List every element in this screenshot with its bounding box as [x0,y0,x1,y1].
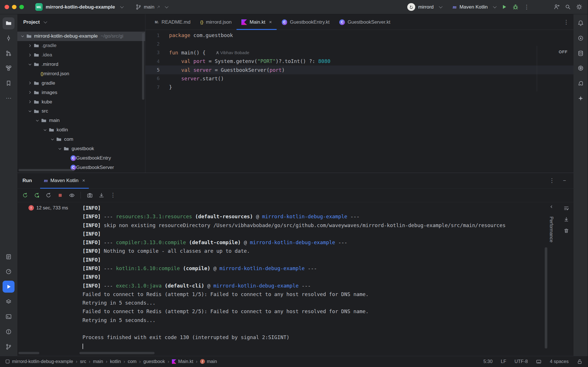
crumb-mirrord-kotlin-debug-example[interactable]: mirrord-kotlin-debug-example [5,359,73,364]
code-line-7[interactable]: 7} [145,83,573,91]
tab-list-more-icon[interactable]: ⋮ [563,14,569,30]
project-widget[interactable]: ME mirrord-kotlin-debug-example [32,2,126,12]
tree-item-images[interactable]: images [17,88,145,97]
performance-tab[interactable]: Performance [549,217,554,242]
tree-item-com[interactable]: com [17,135,145,144]
tree-chevron-icon[interactable] [27,44,33,48]
tree-item-idea[interactable]: .idea [17,50,145,60]
tree-chevron-icon[interactable] [42,128,48,132]
bookmarks-icon[interactable] [3,77,15,89]
run-button[interactable] [499,1,510,13]
code-line-6[interactable]: 6 server.start() [145,74,573,83]
tree-chevron-icon[interactable] [27,62,33,66]
ai-assistant-icon[interactable] [575,92,587,104]
eye-icon[interactable] [67,190,77,200]
crumb-main-kt[interactable]: Main.kt [172,359,193,364]
tab-readme-md[interactable]: M↓README.md [150,14,196,30]
tree-item-src[interactable]: src [17,107,145,116]
clear-all-icon[interactable] [562,226,571,235]
project-vertical-scrollbar[interactable] [142,33,144,100]
code-with-me-button[interactable] [551,1,562,13]
more-actions-button[interactable]: ⋮ [521,1,533,13]
project-panel-header[interactable]: Project [17,14,145,30]
tree-item-mirrord[interactable]: .mirrord [17,60,145,69]
tree-item-gradle[interactable]: .gradle [17,41,145,50]
version-control-icon[interactable] [3,341,15,353]
todo-icon[interactable] [3,251,15,263]
tree-item-gradle[interactable]: gradle [17,78,145,88]
run-left-horizontal-scrollbar[interactable] [18,352,40,354]
pull-requests-icon[interactable] [3,47,15,59]
minimize-window-button[interactable] [12,5,17,9]
tree-chevron-icon[interactable] [27,100,33,104]
mirrord-status-badge[interactable]: OFF [559,50,568,54]
code-line-4[interactable]: 4 val port = System.getenv("PORT")?.toIn… [145,57,573,66]
close-icon[interactable]: × [269,19,272,25]
tree-chevron-icon[interactable] [27,81,33,85]
run-window-title[interactable]: Run [22,178,32,184]
run-tab-maven-kotlin[interactable]: m Maven Kotlin × [40,173,89,188]
mirrord-icon[interactable] [575,32,587,44]
code-line-2[interactable]: 2 [145,40,573,48]
run-configuration-selector[interactable]: m Maven Kotlin [450,3,498,11]
scroll-to-end-icon[interactable] [562,215,571,224]
tree-chevron-icon[interactable] [27,53,33,57]
tree-chevron-icon[interactable] [27,90,33,94]
search-everywhere-button[interactable] [562,1,574,13]
more-icon[interactable]: ⋮ [108,190,118,200]
lock-icon[interactable] [577,359,583,364]
tree-item-guestbook[interactable]: guestbook [17,144,145,154]
close-icon[interactable]: × [82,178,85,184]
tab-guestbookentry-kt[interactable]: CGuestbookEntry.kt [277,14,334,30]
crumb-src[interactable]: src [80,359,86,364]
tab-guestbookserver-kt[interactable]: CGuestbookServer.kt [334,14,395,30]
code-line-1[interactable]: 1package com.guestbook [145,31,573,40]
crumb-com[interactable]: com [128,359,137,364]
gradle-icon[interactable] [575,77,587,89]
notifications-icon[interactable] [575,17,587,29]
terminal-icon[interactable] [3,311,15,323]
close-window-button[interactable] [5,5,9,9]
git-branch-widget[interactable]: main [135,4,167,10]
kubernetes-icon[interactable] [575,62,587,74]
commit-icon[interactable] [3,32,15,44]
indent-widget[interactable]: 4 spaces [550,359,569,364]
rerun-debug-icon[interactable] [32,190,42,200]
maximize-window-button[interactable] [19,5,24,9]
run-more-options-icon[interactable]: ⋮ [549,178,555,184]
settings-button[interactable] [573,1,585,13]
soft-wrap-icon[interactable] [562,204,571,213]
profiler-icon[interactable] [3,266,15,278]
rerun-icon[interactable] [20,190,30,200]
tree-chevron-icon[interactable] [50,137,55,141]
tree-item-main[interactable]: main [17,116,145,125]
stop-icon[interactable] [55,190,65,200]
crumb-guestbook[interactable]: guestbook [143,359,165,364]
tab-mirrord-json[interactable]: {}mirrord.json [195,14,237,30]
code-line-3[interactable]: 3fun main() {Vibhav Bobade [145,48,573,57]
code-author-hint[interactable]: Vibhav Bobade [215,50,249,55]
code-line-5[interactable]: 5 val server = GuestbookServer(port) [145,66,573,74]
project-horizontal-scrollbar[interactable] [18,169,75,171]
line-separator-widget[interactable]: LF [501,359,506,364]
tab-main-kt[interactable]: Main.kt× [237,14,277,30]
tree-item-kube[interactable]: kube [17,97,145,107]
structure-icon[interactable] [3,62,15,74]
tree-item-mirrord-kotlin-debug-example[interactable]: mirrord-kotlin-debug-example~/go/src/gi [17,32,145,41]
tree-item-guestbookentry[interactable]: CGuestbookEntry [17,154,145,163]
services-icon[interactable] [3,296,15,308]
run-console[interactable]: [INFO][INFO] --- resources:3.3.1:resourc… [79,202,546,353]
debug-button[interactable] [510,1,521,13]
hide-tool-window-icon[interactable]: − [563,178,566,184]
console-horizontal-scrollbar[interactable] [79,352,154,354]
restart-icon[interactable] [44,190,54,200]
code-editor[interactable]: 1package com.guestbook23fun main() {Vibh… [145,30,573,91]
project-icon[interactable] [3,17,15,29]
tree-chevron-icon[interactable] [57,147,63,151]
crumb-main[interactable]: ƒmain [200,359,217,364]
database-icon[interactable] [575,47,587,59]
encoding-widget[interactable]: UTF-8 [515,359,528,364]
camera-icon[interactable] [85,190,95,200]
tree-item-mirrord-json[interactable]: {}mirrord.json [17,69,145,78]
crumb-main[interactable]: main [93,359,103,364]
